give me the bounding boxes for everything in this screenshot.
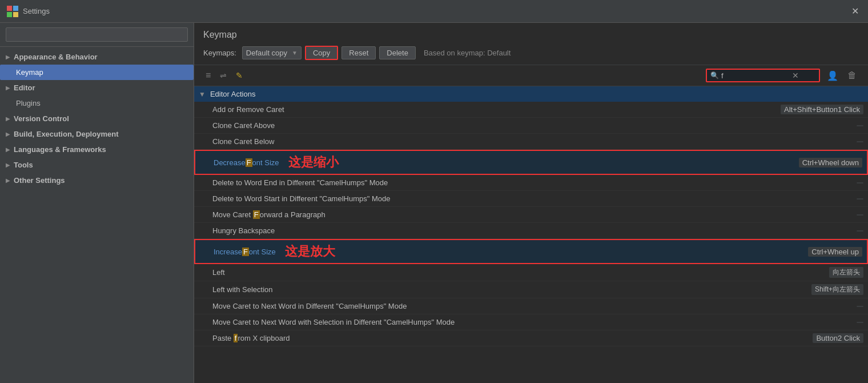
filter-user-icon[interactable]: 👤	[825, 69, 841, 82]
section-header-editor-actions[interactable]: ▼ Editor Actions	[194, 86, 868, 102]
action-shortcut	[857, 198, 863, 200]
svg-rect-1	[13, 6, 18, 11]
lang-arrow: ▶	[6, 146, 10, 153]
action-name: Add or Remove Caret	[212, 105, 781, 114]
svg-rect-0	[7, 6, 12, 11]
table-row[interactable]: Decrease Font Size 这是缩小 Ctrl+Wheel down	[194, 150, 868, 175]
table-row[interactable]: Clone Caret Below	[194, 134, 868, 150]
keymaps-label: Keymaps:	[203, 49, 236, 57]
keymap-search-input[interactable]	[721, 71, 790, 80]
action-shortcut	[857, 306, 863, 307]
table-row[interactable]: Delete to Word End in Different "CamelHu…	[194, 175, 868, 191]
sidebar-item-label-keymap: Keymap	[16, 68, 43, 77]
sidebar-item-label-tools: Tools	[14, 161, 33, 169]
sidebar-item-label-editor: Editor	[14, 83, 35, 92]
section-toggle-icon: ▼	[199, 90, 206, 98]
vc-arrow: ▶	[6, 115, 10, 122]
svg-rect-2	[7, 12, 12, 17]
action-name: Left	[212, 268, 829, 277]
sidebar-item-label-lang: Languages & Frameworks	[14, 145, 106, 154]
keymap-toolbar: Keymaps: Default copy ▼ Copy Reset Delet…	[203, 46, 859, 60]
table-row[interactable]: Clone Caret Above	[194, 118, 868, 134]
edit-icon[interactable]: ✎	[234, 70, 245, 81]
table-row[interactable]: Left with Selection Shift+向左箭头	[194, 281, 868, 298]
search-input[interactable]	[6, 27, 188, 42]
action-shortcut: Button2 Click	[813, 333, 863, 343]
dropdown-arrow-icon: ▼	[292, 50, 298, 56]
copy-button[interactable]: Copy	[305, 46, 338, 60]
search-field: 🔍 ✕	[706, 69, 820, 82]
table-row[interactable]: Add or Remove Caret Alt+Shift+Button1 Cl…	[194, 102, 868, 118]
action-name: Paste from X clipboard	[212, 334, 813, 342]
decrease-annotation: 这是缩小	[288, 154, 339, 171]
action-name: Left with Selection	[212, 285, 811, 294]
action-shortcut	[857, 182, 863, 183]
collapse-all-icon[interactable]: ⇌	[218, 70, 229, 81]
sidebar-item-version-control[interactable]: ▶ Version Control	[0, 111, 194, 126]
action-shortcut	[857, 214, 863, 216]
action-shortcut: Ctrl+Wheel down	[799, 158, 862, 167]
sidebar-item-label-plugins: Plugins	[16, 99, 41, 107]
sidebar-item-label-other: Other Settings	[14, 176, 65, 185]
sidebar-item-label-build: Build, Execution, Deployment	[14, 130, 118, 138]
content-area: Keymap Keymaps: Default copy ▼ Copy Rese…	[194, 23, 868, 383]
action-name: Clone Caret Below	[212, 137, 857, 146]
action-name: Decrease Font Size 这是缩小	[214, 154, 799, 171]
keymap-selected-value: Default copy	[246, 49, 287, 57]
action-name: Move Caret to Next Word with Selection i…	[212, 318, 857, 326]
action-name: Hungry Backspace	[212, 226, 857, 235]
action-shortcut: 向左箭头	[829, 267, 863, 278]
table-row[interactable]: Move Caret to Next Word with Selection i…	[194, 314, 868, 330]
action-toolbar: ≡ ⇌ ✎ 🔍 ✕ 👤 🗑	[194, 65, 868, 86]
editor-arrow: ▶	[6, 85, 10, 91]
tree-area: ▼ Editor Actions Add or Remove Caret Alt…	[194, 86, 868, 383]
action-name: Move Caret Forward a Paragraph	[212, 210, 857, 219]
action-name: Delete to Word End in Different "CamelHu…	[212, 178, 857, 187]
expand-all-icon[interactable]: ≡	[203, 69, 213, 82]
search-icon: 🔍	[710, 71, 719, 79]
appearance-arrow: ▶	[6, 54, 10, 60]
sidebar-item-build[interactable]: ▶ Build, Execution, Deployment	[0, 126, 194, 142]
close-button[interactable]: ✕	[851, 7, 859, 16]
sidebar-item-appearance[interactable]: ▶ Appearance & Behavior	[0, 49, 194, 65]
action-shortcut: Shift+向左箭头	[811, 284, 863, 295]
app-icon	[7, 6, 18, 17]
table-row[interactable]: Left 向左箭头	[194, 264, 868, 281]
other-arrow: ▶	[6, 177, 10, 183]
table-row[interactable]: Paste from X clipboard Button2 Click	[194, 330, 868, 346]
sidebar-item-languages[interactable]: ▶ Languages & Frameworks	[0, 142, 194, 157]
action-name: Delete to Word Start in Different "Camel…	[212, 194, 857, 203]
sidebar-search-area	[0, 23, 194, 47]
table-row[interactable]: Hungry Backspace	[194, 223, 868, 239]
sidebar-item-label-appearance: Appearance & Behavior	[14, 53, 98, 61]
section-title: Editor Actions	[210, 90, 256, 98]
keymap-select[interactable]: Default copy ▼	[242, 46, 302, 59]
action-name: Clone Caret Above	[212, 121, 857, 130]
sidebar-item-tools[interactable]: ▶ Tools	[0, 157, 194, 173]
action-shortcut: Ctrl+Wheel up	[808, 247, 862, 257]
table-row[interactable]: Increase Font Size 这是放大 Ctrl+Wheel up	[194, 239, 868, 264]
action-name: Move Caret to Next Word in Different "Ca…	[212, 302, 857, 310]
sidebar-item-other[interactable]: ▶ Other Settings	[0, 173, 194, 188]
action-shortcut	[857, 125, 863, 126]
remove-shortcut-icon[interactable]: 🗑	[845, 69, 859, 82]
table-row[interactable]: Move Caret to Next Word in Different "Ca…	[194, 298, 868, 314]
page-title: Keymap	[203, 30, 859, 40]
action-shortcut	[857, 141, 863, 142]
titlebar: Settings ✕	[0, 0, 868, 23]
main-container: ▶ Appearance & Behavior Keymap ▶ Editor …	[0, 23, 868, 383]
table-row[interactable]: Move Caret Forward a Paragraph	[194, 207, 868, 223]
table-row[interactable]: Delete to Word Start in Different "Camel…	[194, 191, 868, 207]
sidebar: ▶ Appearance & Behavior Keymap ▶ Editor …	[0, 23, 194, 383]
search-clear-icon[interactable]: ✕	[792, 71, 799, 80]
sidebar-item-plugins[interactable]: Plugins	[0, 95, 194, 111]
delete-button[interactable]: Delete	[379, 46, 416, 59]
increase-annotation: 这是放大	[285, 243, 335, 260]
sidebar-item-editor[interactable]: ▶ Editor	[0, 80, 194, 95]
tools-arrow: ▶	[6, 162, 10, 168]
reset-button[interactable]: Reset	[341, 46, 376, 59]
sidebar-item-keymap[interactable]: Keymap	[0, 65, 194, 80]
action-shortcut	[857, 230, 863, 232]
sidebar-nav: ▶ Appearance & Behavior Keymap ▶ Editor …	[0, 47, 194, 383]
svg-rect-3	[13, 12, 18, 17]
